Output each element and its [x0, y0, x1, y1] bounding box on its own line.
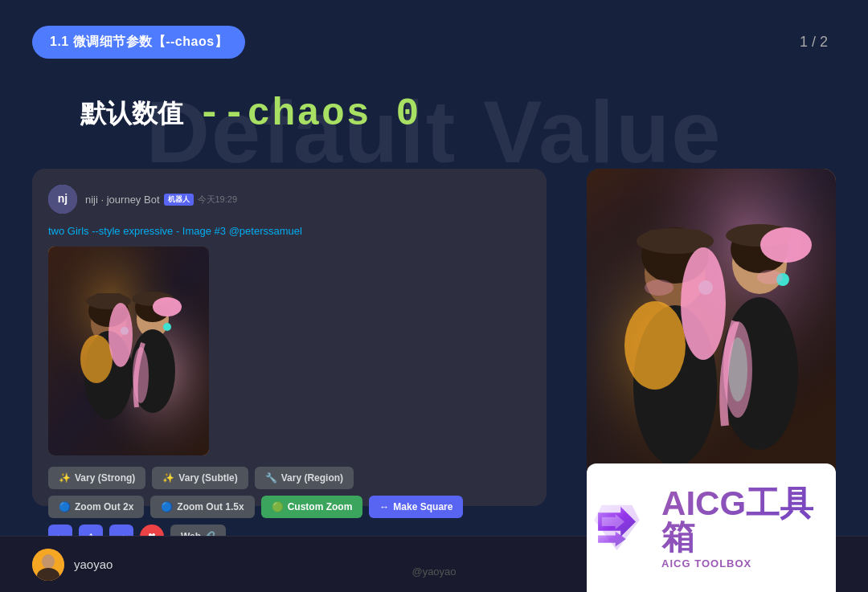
- chaos-label-area: 默认数值 --chaos 0: [80, 92, 420, 136]
- discord-command: two Girls --style expressive - Image #3 …: [48, 225, 530, 237]
- username-label: yaoyao: [74, 557, 113, 571]
- custom-zoom-button[interactable]: 🟢 Custom Zoom: [261, 496, 363, 518]
- make-square-button[interactable]: ↔ Make Square: [369, 496, 463, 518]
- make-square-label: Make Square: [393, 501, 452, 512]
- svg-point-44: [42, 554, 55, 569]
- bot-name-row: niji · journey Bot 机器人 今天19:29: [85, 194, 237, 206]
- zoom-out-2x-button[interactable]: 🔵 Zoom Out 2x: [48, 496, 144, 518]
- page-counter: 1 / 2: [800, 34, 828, 51]
- right-image-panel: [587, 169, 836, 490]
- aicg-main-text: AICG工具箱: [661, 487, 836, 554]
- zoom-out-1-5x-label: Zoom Out 1.5x: [177, 501, 244, 512]
- svg-point-12: [108, 303, 133, 367]
- discord-panel: nj niji · journey Bot 机器人 今天19:29 two Gi…: [32, 169, 547, 506]
- svg-point-10: [80, 335, 113, 383]
- svg-point-42: [757, 270, 783, 284]
- svg-point-29: [624, 301, 686, 390]
- button-row-2: 🔵 Zoom Out 2x 🔵 Zoom Out 1.5x 🟢 Custom Z…: [48, 496, 530, 518]
- discord-header: nj niji · journey Bot 机器人 今天19:29: [48, 185, 530, 214]
- bot-tag: 机器人: [164, 194, 194, 206]
- svg-point-31: [681, 247, 726, 360]
- custom-zoom-label: Custom Zoom: [288, 501, 353, 512]
- aicg-logo-icon: [587, 496, 647, 560]
- svg-point-20: [163, 323, 171, 331]
- button-row-1: ✨ Vary (Strong) ✨ Vary (Subtle) 🔧 Vary (…: [48, 467, 530, 489]
- discord-image: [48, 247, 209, 455]
- svg-rect-27: [646, 230, 704, 249]
- vary-strong-button[interactable]: ✨ Vary (Strong): [48, 467, 145, 489]
- bot-avatar: nj: [48, 185, 77, 214]
- code-label: --chaos 0: [198, 92, 420, 136]
- bot-name: niji · journey Bot: [85, 194, 160, 206]
- chapter-pill[interactable]: 1.1 微调细节参数【--chaos】: [32, 26, 245, 59]
- discord-time: 今天19:29: [198, 194, 238, 206]
- svg-rect-8: [95, 293, 122, 304]
- discord-meta: niji · journey Bot 机器人 今天19:29: [85, 194, 237, 206]
- zoom-out-1-5x-button[interactable]: 🔵 Zoom Out 1.5x: [150, 496, 254, 518]
- vary-region-label: Vary (Region): [281, 472, 343, 484]
- svg-point-18: [153, 297, 182, 316]
- svg-point-41: [645, 280, 674, 296]
- vary-subtle-button[interactable]: ✨ Vary (Subtle): [152, 467, 248, 489]
- watermark: @yaoyao: [411, 565, 456, 578]
- cn-label: 默认数值: [80, 96, 183, 132]
- aicg-sub-text: AICG TOOLBOX: [661, 557, 836, 570]
- zoom-out-2x-label: Zoom Out 2x: [75, 501, 133, 512]
- vary-subtle-label: Vary (Subtle): [178, 472, 237, 484]
- svg-point-37: [760, 227, 812, 263]
- vary-strong-label: Vary (Strong): [75, 472, 135, 484]
- user-avatar: [32, 549, 64, 581]
- pill-label: 1.1 微调细节参数【--chaos】: [50, 35, 227, 48]
- aicg-box: AICG工具箱 AICG TOOLBOX: [587, 463, 836, 592]
- aicg-text-area: AICG工具箱 AICG TOOLBOX: [661, 487, 836, 570]
- vary-region-button[interactable]: 🔧 Vary (Region): [255, 467, 354, 489]
- svg-text:nj: nj: [58, 192, 68, 205]
